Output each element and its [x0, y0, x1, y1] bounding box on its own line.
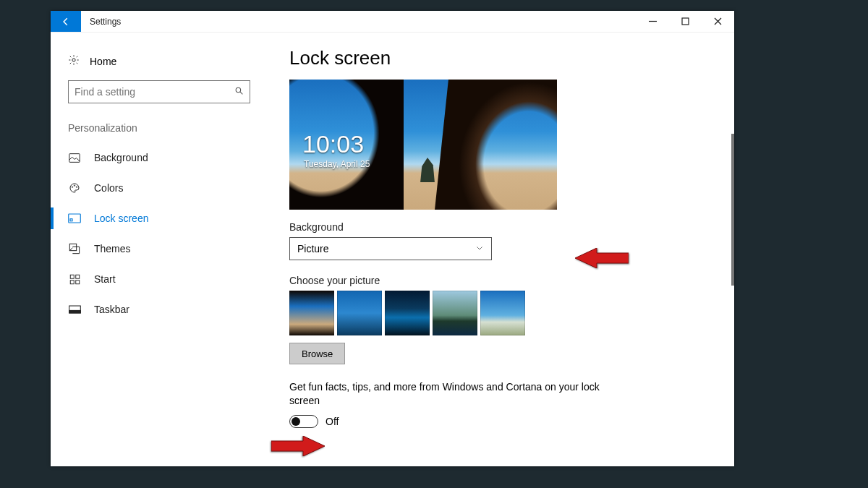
sidebar-item-start[interactable]: Start: [51, 264, 268, 294]
main-pane: Lock screen 10:03 Tuesday, April 25 Back…: [268, 33, 734, 466]
arrow-left-icon: [61, 17, 71, 27]
svg-rect-15: [75, 275, 79, 278]
sidebar-item-label: Start: [94, 273, 116, 285]
svg-line-6: [240, 92, 242, 94]
gear-icon: [68, 54, 80, 69]
choose-picture-label: Choose your picture: [289, 275, 734, 286]
browse-button[interactable]: Browse: [289, 343, 345, 364]
sidebar-item-label: Themes: [94, 243, 131, 254]
sidebar-item-label: Background: [94, 152, 148, 163]
svg-rect-19: [69, 310, 80, 313]
picture-thumbnail[interactable]: [337, 291, 382, 335]
sidebar-item-colors[interactable]: Colors: [51, 173, 268, 203]
preview-date: Tuesday, April 25: [304, 159, 370, 169]
page-title: Lock screen: [289, 47, 734, 69]
taskbar-icon: [68, 305, 81, 314]
settings-window: Settings Home Persona: [51, 11, 734, 466]
search-field[interactable]: [75, 86, 234, 98]
chevron-down-icon: [475, 243, 484, 254]
window-title: Settings: [81, 11, 129, 32]
svg-point-8: [72, 187, 72, 187]
svg-rect-14: [70, 275, 74, 278]
minimize-button[interactable]: [637, 11, 669, 32]
palette-icon: [68, 182, 81, 194]
close-icon: [714, 17, 722, 25]
search-input[interactable]: [68, 80, 250, 103]
themes-icon: [68, 243, 81, 254]
maximize-icon: [681, 17, 689, 25]
background-dropdown[interactable]: Picture: [289, 237, 492, 260]
svg-point-10: [76, 187, 77, 187]
sidebar-item-themes[interactable]: Themes: [51, 234, 268, 264]
picture-thumbnails: [289, 291, 734, 335]
sidebar-item-lock-screen[interactable]: Lock screen: [51, 203, 268, 234]
sidebar-category: Personalization: [51, 122, 268, 142]
dropdown-value: Picture: [297, 243, 329, 254]
back-button[interactable]: [51, 11, 81, 32]
svg-rect-12: [70, 219, 72, 221]
svg-rect-1: [682, 18, 689, 25]
sidebar-item-label: Colors: [94, 182, 123, 194]
picture-thumbnail[interactable]: [385, 291, 430, 335]
sidebar-item-background[interactable]: Background: [51, 142, 268, 173]
tips-label: Get fun facts, tips, and more from Windo…: [289, 380, 600, 408]
search-icon: [234, 86, 244, 98]
svg-rect-16: [70, 280, 74, 283]
lock-screen-preview: 10:03 Tuesday, April 25: [289, 80, 557, 210]
sidebar-item-label: Taskbar: [94, 304, 129, 315]
start-icon: [68, 274, 81, 285]
close-button[interactable]: [702, 11, 734, 32]
lock-screen-icon: [68, 213, 81, 223]
picture-thumbnail[interactable]: [289, 291, 334, 335]
sidebar: Home Personalization Background Color: [51, 33, 268, 466]
sidebar-item-label: Lock screen: [94, 213, 148, 224]
tips-toggle-state: Off: [326, 416, 339, 427]
sidebar-item-taskbar[interactable]: Taskbar: [51, 294, 268, 325]
picture-thumbnail[interactable]: [433, 291, 477, 335]
svg-point-5: [236, 87, 241, 93]
maximize-button[interactable]: [669, 11, 702, 32]
titlebar: Settings: [51, 11, 734, 33]
svg-point-4: [72, 59, 75, 61]
picture-thumbnail[interactable]: [480, 291, 525, 335]
preview-time: 10:03: [302, 130, 364, 158]
svg-rect-17: [75, 280, 79, 283]
picture-icon: [68, 153, 81, 163]
svg-point-9: [74, 185, 75, 186]
background-label: Background: [289, 221, 734, 233]
scrollbar[interactable]: [731, 134, 734, 286]
tips-toggle[interactable]: [289, 415, 318, 428]
home-label: Home: [90, 56, 116, 67]
minimize-icon: [649, 17, 657, 25]
home-link[interactable]: Home: [51, 50, 268, 80]
